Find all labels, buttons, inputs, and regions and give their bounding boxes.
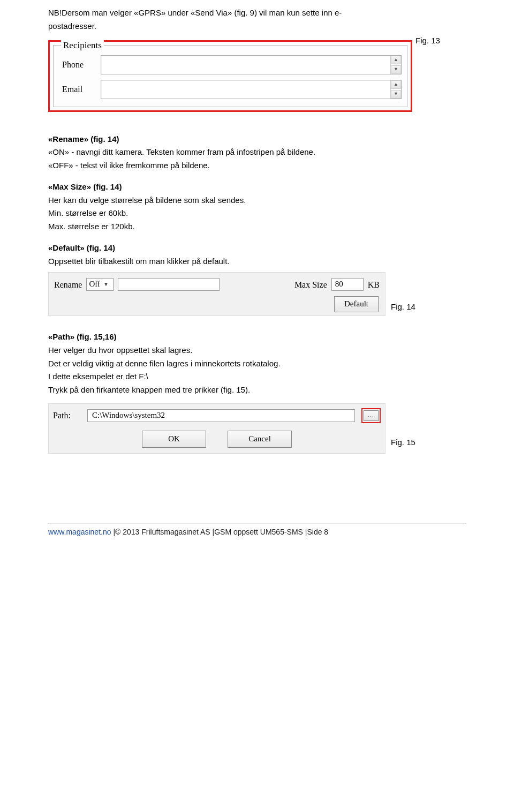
- fig15-panel: Path: C:\Windows\system32 ... OK Cancel: [48, 403, 386, 454]
- path-l1: Her velger du hvor oppsettet skal lagres…: [48, 344, 466, 356]
- rename-text-input[interactable]: [118, 278, 220, 291]
- path-input[interactable]: C:\Windows\system32: [87, 409, 355, 422]
- fig14-rename-label: Rename: [54, 279, 82, 291]
- email-input[interactable]: ▲ ▼: [101, 80, 402, 99]
- cancel-button[interactable]: Cancel: [228, 431, 292, 448]
- email-scroll-up[interactable]: ▲: [391, 80, 401, 89]
- path-l3: I dette eksempelet er det F:\: [48, 371, 466, 382]
- footer-rest: |© 2013 Friluftsmagasinet AS |GSM oppset…: [111, 528, 329, 536]
- path-label: Path:: [53, 409, 81, 422]
- footer-text: www.magasinet.no |© 2013 Friluftsmagasin…: [48, 527, 466, 537]
- intro-line-1: NB!Dersom man velger «GPRS» under «Send …: [48, 7, 466, 19]
- phone-label: Phone: [59, 58, 101, 71]
- maxsize-input[interactable]: 80: [331, 278, 364, 291]
- ok-button[interactable]: OK: [142, 431, 206, 448]
- fig14-maxsize-label: Max Size: [294, 279, 327, 291]
- maxsize-title: «Max Size» (fig. 14): [48, 182, 122, 191]
- path-title: «Path» (fig. 15,16): [48, 332, 117, 341]
- fig13-legend: Recipients: [61, 39, 104, 52]
- footer-divider: [48, 523, 466, 523]
- default-l1: Oppsettet blir tilbakestilt om man klikk…: [48, 255, 466, 267]
- path-l2: Det er veldig viktig at denne filen lagr…: [48, 358, 466, 370]
- fig13-panel: Recipients Phone ▲ ▼ Email ▲ ▼: [48, 40, 412, 112]
- rename-l2: «OFF» - tekst vil ikke fremkomme på bild…: [48, 160, 466, 171]
- fig14-caption: Fig. 14: [391, 301, 415, 316]
- maxsize-l1: Her kan du velge størrelse på bildene so…: [48, 194, 466, 206]
- rename-title: «Rename» (fig. 14): [48, 134, 119, 144]
- intro-line-2: postadresser.: [48, 20, 466, 32]
- chevron-down-icon: ▼: [101, 281, 111, 289]
- rename-select[interactable]: Off ▼: [86, 278, 114, 291]
- rename-select-value: Off: [89, 279, 100, 290]
- rename-l1: «ON» - navngi ditt kamera. Teksten komme…: [48, 146, 466, 158]
- fig15-caption: Fig. 15: [391, 437, 466, 448]
- fig14-panel: Rename Off ▼ Max Size 80 KB Default: [48, 272, 386, 316]
- default-title: «Default» (fig. 14): [48, 243, 115, 252]
- email-label: Email: [59, 83, 101, 95]
- kb-label: KB: [368, 279, 380, 291]
- phone-scroll-up[interactable]: ▲: [391, 56, 401, 64]
- default-button[interactable]: Default: [334, 296, 379, 312]
- path-l4: Trykk på den firkantete knappen med tre …: [48, 384, 466, 396]
- maxsize-l2: Min. størrelse er 60kb.: [48, 207, 466, 219]
- browse-highlight: ...: [361, 408, 381, 423]
- phone-input[interactable]: ▲ ▼: [101, 55, 402, 74]
- browse-button[interactable]: ...: [364, 410, 379, 421]
- fig13-caption: Fig. 13: [415, 35, 440, 47]
- maxsize-l3: Max. størrelse er 120kb.: [48, 221, 466, 232]
- footer-link[interactable]: www.magasinet.no: [48, 528, 111, 536]
- email-scroll-down[interactable]: ▼: [391, 90, 401, 99]
- phone-scroll-down[interactable]: ▼: [391, 65, 401, 74]
